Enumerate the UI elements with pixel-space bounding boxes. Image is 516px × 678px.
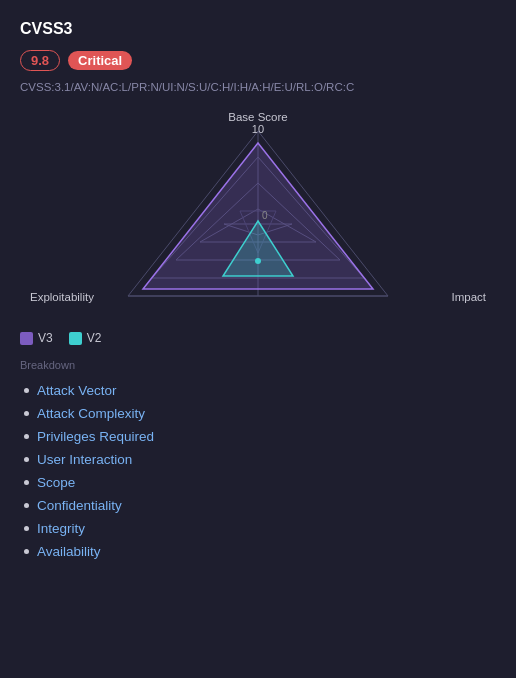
breakdown-item: Integrity [20, 517, 496, 540]
breakdown-item: Attack Vector [20, 379, 496, 402]
bullet-icon [24, 411, 29, 416]
bullet-icon [24, 388, 29, 393]
impact-label: Impact [451, 291, 486, 303]
legend-v2-label: V2 [87, 331, 102, 345]
bullet-icon [24, 526, 29, 531]
breakdown-link-attack-complexity[interactable]: Attack Complexity [37, 406, 145, 421]
bullet-icon [24, 457, 29, 462]
breakdown-link-user-interaction[interactable]: User Interaction [37, 452, 132, 467]
exploitability-label: Exploitability [30, 291, 94, 303]
cvss3-title: CVSS3 [20, 20, 496, 38]
legend-v3-box [20, 332, 33, 345]
breakdown-item: Confidentiality [20, 494, 496, 517]
svg-point-11 [255, 258, 261, 264]
breakdown-item: Availability [20, 540, 496, 563]
breakdown-section-label: Breakdown [20, 359, 496, 371]
radar-svg [118, 121, 398, 311]
legend-v3-label: V3 [38, 331, 53, 345]
bullet-icon [24, 503, 29, 508]
breakdown-link-privileges-required[interactable]: Privileges Required [37, 429, 154, 444]
breakdown-link-availability[interactable]: Availability [37, 544, 101, 559]
radar-chart: Base Score 10 0 Exploitability Impact [20, 111, 496, 321]
legend-v2: V2 [69, 331, 102, 345]
score-badge: 9.8 [20, 50, 60, 71]
base-score-label: Base Score 10 [228, 111, 287, 135]
breakdown-link-scope[interactable]: Scope [37, 475, 75, 490]
breakdown-item: User Interaction [20, 448, 496, 471]
legend-v2-box [69, 332, 82, 345]
breakdown-list: Attack VectorAttack ComplexityPrivileges… [20, 379, 496, 563]
legend-v3: V3 [20, 331, 53, 345]
breakdown-link-integrity[interactable]: Integrity [37, 521, 85, 536]
bullet-icon [24, 549, 29, 554]
badges-row: 9.8 Critical [20, 50, 496, 71]
bullet-icon [24, 480, 29, 485]
severity-badge: Critical [68, 51, 132, 70]
breakdown-item: Privileges Required [20, 425, 496, 448]
breakdown-item: Scope [20, 471, 496, 494]
legend-row: V3 V2 [20, 331, 496, 345]
cvss-string: CVSS:3.1/AV:N/AC:L/PR:N/UI:N/S:U/C:H/I:H… [20, 81, 496, 93]
breakdown-item: Attack Complexity [20, 402, 496, 425]
bullet-icon [24, 434, 29, 439]
breakdown-link-attack-vector[interactable]: Attack Vector [37, 383, 117, 398]
breakdown-link-confidentiality[interactable]: Confidentiality [37, 498, 122, 513]
center-zero-label: 0 [262, 210, 268, 221]
